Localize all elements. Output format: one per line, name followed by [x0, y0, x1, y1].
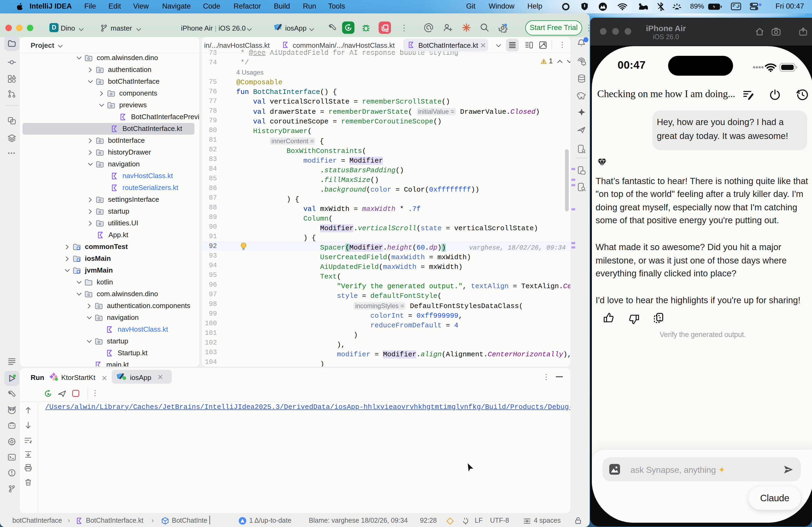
svg-text:2: 2	[386, 28, 388, 32]
